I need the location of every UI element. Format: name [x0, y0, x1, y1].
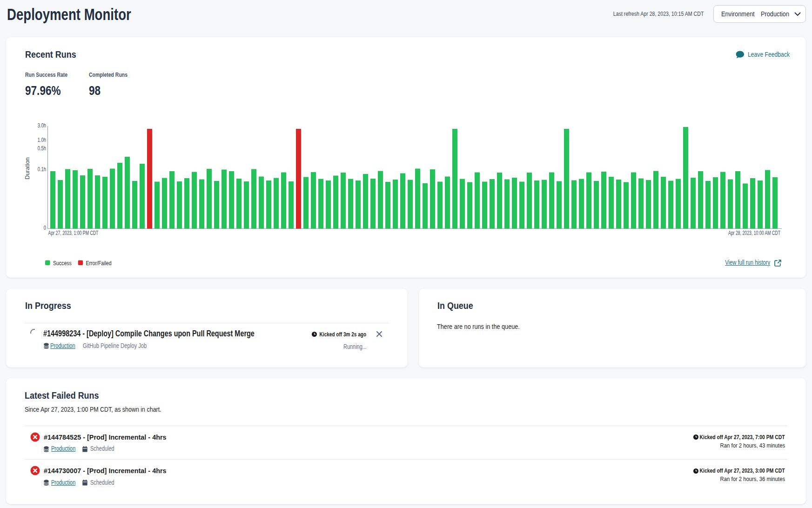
svg-text:0.1h: 0.1h	[38, 166, 46, 172]
svg-text:Apr 28, 2023, 10:00 AM CDT: Apr 28, 2023, 10:00 AM CDT	[728, 229, 780, 236]
svg-text:Error/Failed: Error/Failed	[86, 260, 112, 267]
svg-text:3.0h: 3.0h	[38, 122, 46, 128]
svg-text:0.5h: 0.5h	[38, 145, 46, 151]
svg-text:Apr 27, 2023, 1:00 PM CDT: Apr 27, 2023, 1:00 PM CDT	[48, 229, 99, 236]
svg-text:Success: Success	[53, 260, 72, 267]
svg-text:Duration: Duration	[24, 157, 31, 179]
svg-text:0: 0	[44, 225, 46, 231]
svg-text:1.0h: 1.0h	[38, 137, 46, 143]
